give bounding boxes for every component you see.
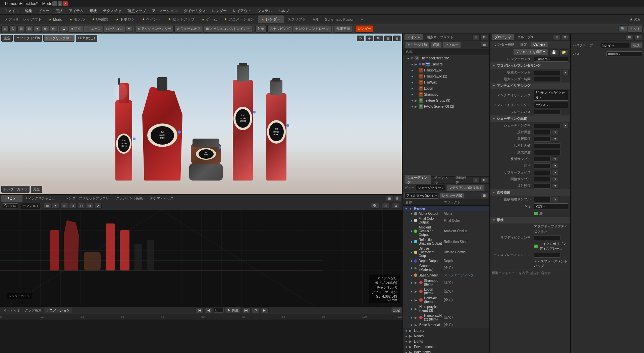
props-expand-btn[interactable]: ⊞ (553, 34, 560, 40)
scene-tab-items[interactable]: アイテム (405, 34, 423, 40)
editor-expand-btn[interactable]: ⊞ (382, 203, 389, 209)
editor-settings-btn[interactable]: ⚙ (392, 203, 400, 209)
aa-filter-select[interactable]: ガウス ▾ (534, 102, 568, 108)
viewport-complete-label[interactable]: 完全 (31, 186, 42, 193)
scene-item-shampoo[interactable]: ● ⬡ Shampoo (403, 91, 489, 97)
menu-animation[interactable]: アニメーション (149, 8, 180, 14)
subdiv-rate-input[interactable]: 10.0 pixels (534, 235, 561, 240)
timeline-play-btn[interactable]: ▶ 再生 (225, 307, 241, 314)
scene-tab-vertex[interactable]: 頂点マップリスト (424, 34, 456, 40)
convergence-input[interactable]: 97.5 % (534, 70, 561, 75)
editor-btn-5[interactable]: ⊟ (77, 203, 85, 209)
menu-system[interactable]: システム (255, 8, 275, 14)
convergence-arrow[interactable]: ▾ (562, 70, 569, 75)
scene-item-hairwax[interactable]: ● ⬡ HairWax (403, 79, 489, 85)
bottom-tab-gradient[interactable]: グラジェント編集 (113, 195, 146, 202)
shading-toggle-lotion[interactable]: ▶ (414, 289, 418, 293)
shading-item-render[interactable]: ● ▼ Render (403, 206, 489, 211)
shading-rate-arrow[interactable]: ▾ (562, 123, 569, 128)
scene-col-btn[interactable]: ⊞ (481, 42, 488, 48)
tab-default-layout[interactable]: デフォルトレイアウト (1, 15, 45, 23)
viewport-settings-btn[interactable]: 設定 (1, 35, 13, 42)
shading-toggle-environments[interactable]: ▶ (409, 345, 413, 349)
visibility-pack[interactable]: ● (411, 105, 413, 108)
shading-settings-btn[interactable]: ⚙ (480, 177, 488, 183)
timeline-frame-input[interactable]: 0 (214, 308, 224, 313)
bottom-tab-schematic[interactable]: スケマティック (147, 195, 177, 202)
shadow-checkbox[interactable]: ✓ (534, 211, 538, 215)
subsurface-arrow[interactable]: ▾ (552, 170, 558, 175)
render-viewport[interactable]: themodoeffect themodoeffect (0, 34, 402, 195)
timeline-tab-audio[interactable]: オーディオ (1, 308, 22, 313)
shading-eye-diffuse[interactable]: ● (411, 250, 413, 254)
material-assign-btn[interactable]: マテリアルの割り当て (446, 185, 485, 191)
toolbar-align[interactable]: 対称 (255, 25, 267, 33)
toggle-hairspray2[interactable] (414, 74, 418, 78)
reflect-depth-input[interactable]: 8 (534, 130, 551, 135)
section-antialiasing[interactable]: ▼ アンチエイリアシング (490, 83, 570, 89)
visibility-hairspray2[interactable]: ● (411, 74, 413, 78)
pass-settings-btn[interactable]: ⚙ (634, 34, 642, 40)
editor-btn-6[interactable]: ⊗ (86, 203, 93, 209)
camera-tab-render[interactable]: レンダー概略 (492, 42, 517, 48)
camera-tab-camera[interactable]: Camera (531, 42, 548, 47)
toolbar-kit[interactable]: キット (628, 25, 643, 33)
aa-select[interactable]: 64 サンプル/ピクセル ▾ (534, 90, 568, 101)
shading-item-diffuse[interactable]: ● Diffuse Coefficient Outp... Diffuse Co… (403, 246, 489, 258)
preset-btn[interactable]: プリセットを適用▼ (513, 49, 548, 55)
props-tab-properties[interactable]: プロパティ (492, 34, 514, 40)
shading-filter-select[interactable]: フィルター: (none) ▾ (405, 193, 438, 199)
toggle-lotion[interactable] (414, 86, 418, 90)
shading-eye-lotion[interactable]: ● (411, 290, 413, 293)
toolbar-icon-2[interactable]: ↻ (9, 26, 17, 32)
viewport-icon-5[interactable]: ⊟ (393, 36, 400, 41)
editor-btn-2[interactable]: ✦ (52, 203, 59, 209)
menu-layout[interactable]: レイアウト (230, 8, 254, 14)
shading-eye-render[interactable]: ● (405, 207, 407, 210)
shading-toggle-bake[interactable]: ▶ (409, 350, 413, 353)
toolbar-polygon[interactable]: ◻ ポリゴン (104, 25, 125, 33)
editor-zoom-btn[interactable]: 🔍 (371, 203, 379, 209)
shading-eye-hairwax[interactable]: ● (411, 298, 413, 302)
direct-sample-arrow[interactable]: ▾ (552, 197, 558, 202)
menu-select[interactable]: 選択 (53, 8, 65, 14)
irradiance-input[interactable]: 256 (534, 184, 551, 189)
shading-item-base-shader[interactable]: ● Base Shader フルシェーディング (403, 272, 489, 278)
props-tab-group[interactable]: グループ▼ (515, 34, 537, 40)
editor-btn-4[interactable]: ⊕ (69, 203, 76, 209)
indirect-sample-arrow[interactable]: ▾ (552, 176, 558, 182)
viewport-icon-4[interactable]: ⊞ (384, 36, 392, 41)
shading-eye-base-shader[interactable]: ● (411, 273, 413, 277)
toolbar-icon-4[interactable]: ⊟ (25, 26, 33, 32)
timeline-tab-animation[interactable]: アニメーション (44, 307, 72, 313)
menu-vertex[interactable]: 頂点マップ (125, 8, 149, 14)
tab-setup[interactable]: ★ セットアップ (165, 15, 198, 23)
toggle-texture[interactable]: ▶ (414, 98, 418, 102)
menu-view[interactable]: ビュー (36, 8, 52, 14)
window-controls[interactable]: ─ □ ✕ (52, 1, 68, 6)
toolbar-select-ctrl[interactable]: セレクトコントロール (293, 25, 331, 33)
toolbar-action-center[interactable]: ⊕ アクションセンター (135, 25, 174, 33)
shading-toggle-hairspray3[interactable]: ▶ (414, 307, 418, 311)
shading-eye-hairspray3[interactable]: ● (411, 307, 413, 311)
editor-default-select[interactable]: デフォルト (21, 203, 41, 209)
props-settings-btn[interactable]: ⚙ (561, 34, 569, 40)
scene-item-lotion[interactable]: ● ⬡ Lotion (403, 85, 489, 91)
shading-item-environments[interactable]: ● ▶ Environments (403, 344, 489, 349)
shading-item-lotion[interactable]: ● ▶ Lotion (Item) (全て) (403, 287, 489, 296)
shading-eye-depth[interactable]: ● (411, 259, 413, 263)
frame-pass-input[interactable]: 1 (534, 110, 561, 115)
toolbar-icon-7[interactable]: ⊗ (50, 26, 57, 32)
shading-eye-ao[interactable]: ● (411, 229, 413, 233)
shading-item-depth[interactable]: ● Depth Output Depth (403, 258, 489, 263)
shading-toggle-lights[interactable]: ▶ (409, 339, 413, 343)
pass-expand-btn[interactable]: ⊞ (626, 34, 633, 40)
toolbar-icon-3[interactable]: ⊞ (17, 26, 25, 32)
render-camera-select[interactable]: Camera ▾ (534, 57, 568, 62)
menu-items[interactable]: アイテム (66, 8, 86, 14)
toolbar-icon-1[interactable]: ⊕ (1, 26, 9, 32)
shading-item-shampoo[interactable]: ● ▶ Shampoo (Item) (全て) (403, 278, 489, 287)
shading-item-hairspray2[interactable]: ● ▶ Hairspray.lxl (2) (Item) (全て) (403, 313, 489, 322)
maximize-button[interactable]: □ (58, 1, 62, 6)
tab-game[interactable]: ★ ゲーム (198, 15, 220, 23)
